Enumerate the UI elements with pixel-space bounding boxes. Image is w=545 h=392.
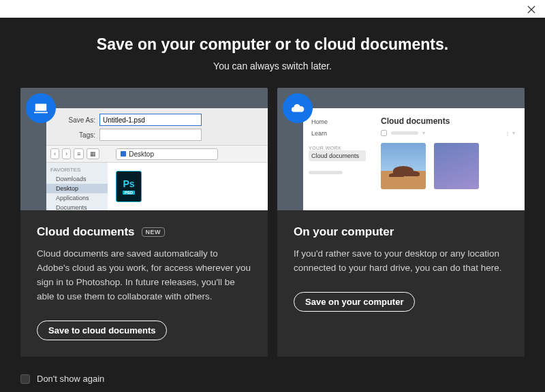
nav-learn[interactable]: Learn [309, 128, 366, 139]
cloud-preview: Save As: Tags: ‹ › ≡ ▦ [20, 88, 268, 210]
nav-back-icon[interactable]: ‹ [50, 148, 59, 159]
cloud-card-description: Cloud documents are saved automatically … [37, 247, 251, 304]
dont-show-checkbox[interactable] [20, 374, 30, 384]
close-icon[interactable] [525, 4, 538, 18]
cloud-card: Save As: Tags: ‹ › ≡ ▦ [20, 88, 268, 357]
laptop-icon [26, 93, 56, 123]
nav-cloud-documents[interactable]: Cloud documents [309, 150, 366, 161]
filename-input[interactable] [99, 114, 202, 126]
nav-home[interactable]: Home [309, 116, 366, 127]
save-to-cloud-button[interactable]: Save to cloud documents [37, 321, 167, 340]
computer-card-description: If you'd rather save to your desktop or … [294, 247, 508, 276]
dont-show-label[interactable]: Don't show again [37, 374, 104, 384]
sidebar-item-applications[interactable]: Applications [46, 193, 108, 203]
dialog-title: Save on your computer or to cloud docume… [0, 35, 545, 54]
chevron-down-icon: ▾ [422, 130, 425, 136]
view-grid-icon[interactable]: ▦ [87, 148, 99, 159]
cloud-docs-heading: Cloud documents [381, 116, 515, 126]
nav-fwd-icon[interactable]: › [62, 148, 71, 159]
view-toggle-icon[interactable]: ▾ [512, 130, 515, 136]
dialog-subtitle: You can always switch later. [0, 61, 545, 71]
sidebar-item-desktop[interactable]: Desktop [46, 184, 108, 193]
location-dropdown[interactable]: Desktop [116, 148, 218, 160]
computer-preview: Home Learn YOUR WORK Cloud documents Clo… [277, 88, 525, 210]
cloud-card-title: Cloud documents [37, 225, 135, 239]
computer-card-title: On your computer [294, 225, 394, 239]
computer-card: Home Learn YOUR WORK Cloud documents Clo… [277, 88, 525, 357]
psd-file-icon: PsPSD [116, 171, 142, 202]
dialog-panel: Save on your computer or to cloud docume… [0, 18, 545, 392]
sort-skeleton [391, 131, 418, 135]
doc-thumbnail[interactable] [434, 143, 479, 189]
save-as-label: Save As: [46, 116, 99, 124]
sidebar-item-documents[interactable]: Documents [46, 203, 108, 210]
nav-your-work-header: YOUR WORK [309, 146, 366, 150]
new-badge: NEW [142, 227, 166, 237]
save-on-computer-button[interactable]: Save on your computer [294, 292, 415, 312]
select-all-checkbox[interactable] [381, 130, 387, 136]
doc-thumbnail[interactable] [381, 143, 426, 189]
sidebar-favorites-header: Favorites [46, 165, 108, 174]
tags-label: Tags: [46, 131, 99, 139]
tags-input[interactable] [99, 129, 202, 141]
skeleton-line [309, 171, 343, 174]
view-list-icon[interactable]: ≡ [74, 148, 84, 159]
cloud-icon [283, 93, 313, 123]
sidebar-item-downloads[interactable]: Downloads [46, 174, 108, 184]
